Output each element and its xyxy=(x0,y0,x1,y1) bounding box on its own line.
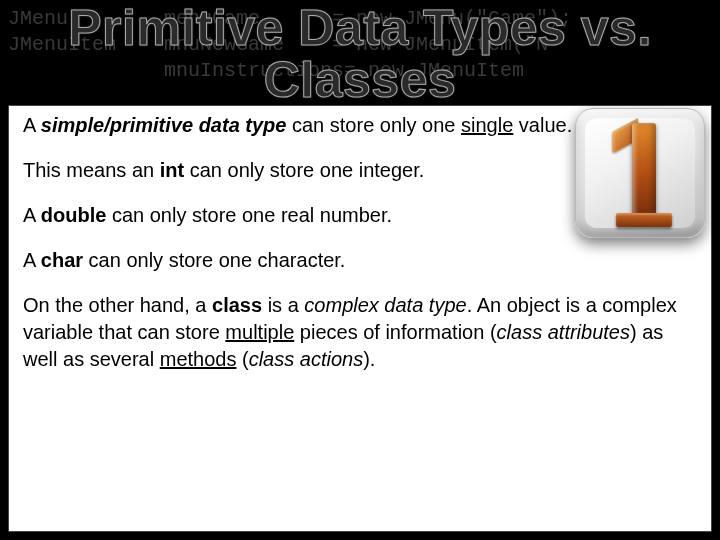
slide-title: Primitive Data Types vs. Classes xyxy=(0,0,720,106)
paragraph-class-definition: On the other hand, a class is a complex … xyxy=(23,292,697,373)
paragraph-double: A double can only store one real number. xyxy=(23,202,697,229)
paragraph-char: A char can only store one character. xyxy=(23,247,697,274)
paragraph-primitive-definition: A simple/primitive data type can store o… xyxy=(23,112,697,139)
paragraph-int: This means an int can only store one int… xyxy=(23,157,697,184)
content-panel: A simple/primitive data type can store o… xyxy=(8,105,712,532)
